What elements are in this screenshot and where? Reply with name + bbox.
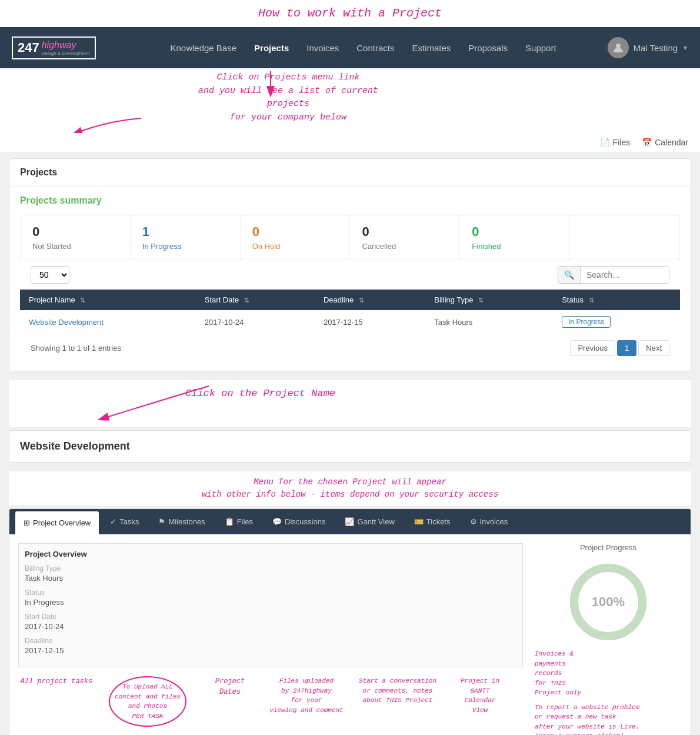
- search-box: 🔍: [558, 266, 669, 284]
- nav-tasks[interactable]: ✓ Tasks: [102, 510, 147, 533]
- calendar-button[interactable]: 📅 Calendar: [642, 138, 688, 147]
- sort-project-name: ⇅: [80, 297, 85, 304]
- progress-title: Project Progress: [535, 543, 682, 552]
- overview-annotations: All project tasks To Upload ALL content …: [18, 676, 523, 727]
- page-1-button[interactable]: 1: [617, 340, 636, 356]
- summary-on-hold: 0 On Hold: [241, 215, 351, 260]
- nav-files[interactable]: 📋 Files: [216, 510, 261, 533]
- chart-icon: 📈: [345, 517, 354, 526]
- gear-icon: ⚙: [470, 517, 477, 526]
- nav-invoices[interactable]: Invoices: [306, 40, 339, 56]
- logo-247: 247: [18, 40, 39, 55]
- discussions-text: Start a conversation or comments, notes …: [354, 676, 442, 706]
- navbar-links: Knowledge Base Projects Invoices Contrac…: [119, 40, 608, 56]
- nav-project-overview[interactable]: ⊞ Project Overview: [15, 511, 99, 534]
- overview-box: Project Overview Billing Type Task Hours…: [18, 543, 523, 667]
- discussions-label: Discussions: [285, 517, 325, 526]
- not-started-count: 0: [32, 224, 118, 240]
- nav-milestones[interactable]: ⚑ Milestones: [150, 510, 213, 533]
- in-progress-label: In Progress: [142, 242, 228, 251]
- nav-support[interactable]: Support: [525, 40, 556, 56]
- project-name-link[interactable]: Website Development: [29, 318, 104, 327]
- on-hold-count: 0: [252, 224, 338, 240]
- on-hold-label: On Hold: [252, 242, 338, 251]
- search-input[interactable]: [581, 267, 669, 283]
- sort-start-date: ⇅: [244, 297, 249, 304]
- top-annotation-banner: How to work with a Project: [0, 0, 700, 27]
- calendar-icon: 📅: [642, 138, 652, 147]
- status-badge: In Progress: [562, 316, 611, 328]
- tickets-label: Tickets: [426, 517, 451, 526]
- navbar: 247 highway Design & Development Knowled…: [0, 27, 700, 68]
- table-row: Website Development 2017-10-24 2017-12-1…: [20, 310, 680, 334]
- nav-knowledge-base[interactable]: Knowledge Base: [170, 40, 236, 56]
- nav-invoices[interactable]: ⚙ Invoices: [462, 510, 516, 533]
- overview-content: Project Overview Billing Type Task Hours…: [9, 534, 691, 735]
- files-nav-icon: 📋: [225, 517, 234, 526]
- user-avatar: [608, 37, 629, 58]
- user-dropdown-arrow: ▼: [682, 45, 688, 51]
- project-progress-right: Project Progress 100% Invoices & payment…: [535, 543, 682, 735]
- pagination: Previous 1 Next: [570, 340, 669, 356]
- project-overview-left: Project Overview Billing Type Task Hours…: [18, 543, 523, 735]
- comment-icon: 💬: [272, 517, 282, 526]
- overview-start-label: Start Date: [25, 613, 516, 621]
- page-wrapper: How to work with a Project 247 highway D…: [0, 0, 700, 735]
- next-button[interactable]: Next: [638, 340, 669, 356]
- click-project-annotation-area: Click on the Project Name: [9, 380, 691, 427]
- gantt-label: Gantt View: [357, 517, 394, 526]
- cancelled-count: 0: [362, 224, 448, 240]
- main-content: Projects Projects summary 0 Not Started …: [0, 152, 700, 735]
- overview-start-value: 2017-10-24: [25, 622, 516, 631]
- discussions-annotation: Start a conversation or comments, notes …: [354, 676, 442, 727]
- summary-cancelled: 0 Cancelled: [350, 215, 460, 260]
- sort-billing-type: ⇅: [478, 297, 484, 304]
- projects-summary-title: Projects summary: [20, 195, 680, 206]
- nav-proposals[interactable]: Proposals: [468, 40, 508, 56]
- finished-label: Finished: [472, 242, 558, 251]
- grid-icon: ⊞: [24, 518, 30, 527]
- nav-contracts[interactable]: Contracts: [356, 40, 394, 56]
- project-tabs-card: ⊞ Project Overview ✓ Tasks ⚑ Milestones …: [9, 508, 691, 735]
- logo-tagline: Design & Development: [42, 51, 90, 56]
- billing-type-label: Billing Type: [25, 564, 516, 573]
- project-nav: ⊞ Project Overview ✓ Tasks ⚑ Milestones …: [9, 509, 691, 534]
- sort-deadline: ⇅: [359, 297, 364, 304]
- overview-status-label: Status: [25, 588, 516, 597]
- projects-table: Project Name ⇅ Start Date ⇅ Deadline ⇅: [20, 290, 680, 334]
- nav-gantt[interactable]: 📈 Gantt View: [336, 510, 402, 533]
- nav-estimates[interactable]: Estimates: [412, 40, 451, 56]
- entries-text: Showing 1 to 1 of 1 entries: [31, 344, 121, 352]
- overview-deadline-label: Deadline: [25, 637, 516, 645]
- overview-box-title: Project Overview: [25, 550, 516, 558]
- files-button[interactable]: 📄 Files: [600, 138, 631, 147]
- projects-header: Projects: [9, 159, 691, 187]
- previous-button[interactable]: Previous: [570, 340, 615, 356]
- col-start-date[interactable]: Start Date ⇅: [196, 290, 315, 310]
- upload-text: To Upload ALL content and files and Phot…: [115, 682, 181, 721]
- svg-point-0: [616, 44, 621, 48]
- click-projects-annotation: Click on Projects menu link and you will…: [176, 71, 400, 124]
- logo: 247 highway Design & Development: [12, 36, 96, 59]
- col-status[interactable]: Status ⇅: [553, 290, 680, 310]
- cell-project-name: Website Development: [20, 310, 196, 334]
- gantt-text: Project in GANTT Calendar View: [451, 676, 509, 715]
- click-projects-text: Click on Projects menu link: [176, 71, 400, 85]
- col-project-name[interactable]: Project Name ⇅: [20, 290, 196, 310]
- nav-discussions[interactable]: 💬 Discussions: [264, 510, 334, 533]
- page-title-annotation: How to work with a Project: [258, 6, 442, 20]
- project-detail-title: Website Development: [9, 431, 691, 462]
- user-menu[interactable]: Mal Testing ▼: [608, 37, 689, 58]
- nav-projects[interactable]: Projects: [254, 40, 289, 56]
- overview-deadline-value: 2017-12-15: [25, 646, 516, 655]
- ticket-icon: 🎫: [414, 517, 424, 526]
- per-page-select[interactable]: 50 10 25 100: [31, 266, 69, 284]
- col-deadline[interactable]: Deadline ⇅: [315, 290, 425, 310]
- col-billing-type[interactable]: Billing Type ⇅: [425, 290, 553, 310]
- start-date-row: Start Date 2017-10-24: [25, 613, 516, 631]
- all-tasks-text: All project tasks: [18, 676, 95, 687]
- table-toolbar: 50 10 25 100 🔍: [20, 260, 680, 290]
- search-icon: 🔍: [558, 267, 581, 283]
- nav-tickets[interactable]: 🎫 Tickets: [406, 510, 459, 533]
- overview-label: Project Overview: [33, 518, 91, 527]
